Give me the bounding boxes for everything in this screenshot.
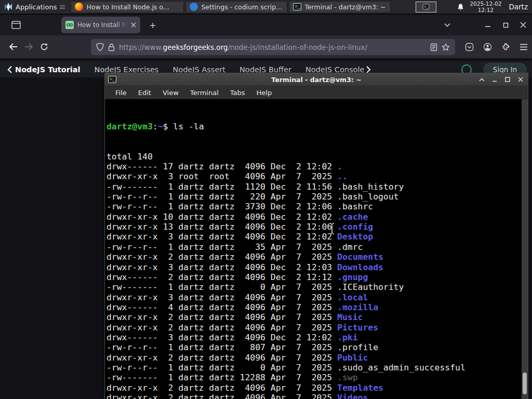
terminal-line: drwxr-xr-x 2 dartz dartz 4096 Apr 7 2025…	[107, 323, 521, 332]
workspace-active[interactable]: >_	[416, 2, 436, 12]
url-path: /node-js/installation-of-node-js-on-linu…	[228, 43, 367, 51]
forward-icon[interactable]	[21, 39, 36, 55]
terminal-menu-tabs[interactable]: Tabs	[225, 87, 250, 98]
terminal-window: >_ Terminal - dartz@vm3: ~ FileEditViewT…	[104, 73, 528, 399]
terminal-app-icon: >_	[108, 76, 116, 83]
reload-icon[interactable]	[36, 39, 52, 55]
scroll-right-chevron-icon[interactable]	[364, 66, 373, 73]
file-name: .swp	[337, 373, 357, 382]
url-text[interactable]: https://www.geeksforgeeks.org/node-js/in…	[119, 43, 426, 51]
terminal-line: drwx------ 2 dartz dartz 4096 Dec 2 12:1…	[107, 272, 521, 282]
taskbar: How to Install Node.js o...Settings - co…	[69, 1, 391, 13]
url-bar[interactable]: https://www.geeksforgeeks.org/node-js/in…	[91, 39, 455, 55]
terminal-line: drwxr-xr-x 3 dartz dartz 4096 Dec 2 12:0…	[107, 262, 521, 272]
taskbar-button[interactable]: How to Install Node.js o...	[71, 1, 184, 13]
menu-hamburger-icon[interactable]	[520, 44, 528, 50]
terminal-line: drwxr-xr-x 10 dartz dartz 4096 Dec 2 12:…	[107, 212, 521, 222]
terminal-menu-help[interactable]: Help	[251, 87, 277, 98]
file-name: Templates	[337, 383, 383, 393]
terminal-line: drwxr-xr-x 2 dartz dartz 4096 Apr 7 2025…	[107, 252, 521, 262]
tab-strip: How to Install Node.js on	[0, 15, 532, 35]
workspace-switcher[interactable]: >_	[416, 2, 436, 12]
terminal-scrollbar-thumb[interactable]	[523, 373, 527, 394]
file-name: .	[337, 162, 342, 171]
user-menu[interactable]: Dartz	[507, 3, 528, 11]
terminal-content[interactable]: dartz@vm3:~$ ls -la total 140drwx------ …	[105, 99, 528, 399]
terminal-maximize-button[interactable]	[503, 75, 512, 84]
terminal-line: -rw-r--r-- 1 dartz dartz 807 Apr 7 2025 …	[107, 342, 521, 352]
ibeam-cursor	[329, 222, 335, 235]
taskbar-button[interactable]: Settings - codium script...	[185, 1, 287, 13]
terminal-line: -rw-r--r-- 1 dartz dartz 220 Apr 7 2025 …	[107, 192, 521, 202]
terminal-icon: >_	[293, 3, 301, 10]
terminal-line: -rw-r--r-- 1 dartz dartz 35 Apr 7 2025 .…	[107, 242, 521, 252]
browser-close-button[interactable]	[516, 19, 530, 31]
file-name: .ICEauthority	[337, 282, 404, 292]
terminal-line: -rw-r--r-- 1 dartz dartz 0 Apr 7 2025 .s…	[107, 363, 521, 373]
clock-date: 2025-12-02	[470, 1, 501, 7]
file-name: .cache	[337, 212, 368, 222]
terminal-line: drwx------ 3 dartz dartz 4096 Dec 2 12:0…	[107, 332, 521, 342]
terminal-line: drwxr-xr-x 3 dartz dartz 4096 Apr 7 2025…	[107, 292, 521, 302]
applications-list-icon	[60, 4, 65, 10]
url-domain: geeksforgeeks.org	[163, 43, 228, 51]
firefox-view-icon[interactable]	[8, 18, 24, 32]
terminal-line: drwxr-xr-x 2 dartz dartz 4096 Apr 7 2025…	[107, 312, 521, 322]
terminal-menu-file[interactable]: File	[110, 87, 132, 98]
file-name: .profile	[337, 342, 378, 352]
terminal-close-button[interactable]	[516, 75, 525, 84]
tab-close-icon[interactable]	[131, 22, 136, 28]
browser-maximize-button[interactable]	[499, 19, 512, 31]
applications-label: Applications	[16, 3, 57, 11]
terminal-minimize-button[interactable]	[490, 75, 499, 84]
terminal-scrollbar[interactable]	[522, 99, 528, 399]
clock[interactable]: 2025-12-02 12:12	[470, 1, 501, 13]
account-icon[interactable]	[483, 43, 492, 51]
reader-mode-icon[interactable]	[430, 43, 437, 51]
navigation-toolbar: https://www.geeksforgeeks.org/node-js/in…	[0, 35, 532, 58]
extensions-puzzle-icon[interactable]	[501, 43, 510, 51]
taskbar-button[interactable]: >_Terminal - dartz@vm3: ~	[289, 1, 391, 13]
url-scheme: https://www.	[119, 43, 163, 51]
firefox-icon	[75, 3, 83, 11]
applications-menu-button[interactable]: Applications	[0, 0, 69, 14]
terminal-prompt-line: dartz@vm3:~$ ls -la	[107, 122, 521, 131]
list-tabs-chevron-icon[interactable]	[441, 19, 454, 31]
terminal-menu-view[interactable]: View	[157, 87, 184, 98]
applications-icon	[4, 3, 12, 11]
geeksforgeeks-favicon	[65, 21, 74, 29]
scroll-left-chevron-icon[interactable]	[0, 66, 15, 73]
pocket-icon[interactable]	[465, 43, 474, 51]
new-tab-button[interactable]	[147, 19, 159, 32]
terminal-menu-edit[interactable]: Edit	[133, 87, 156, 98]
lock-icon[interactable]	[108, 43, 115, 51]
terminal-titlebar[interactable]: >_ Terminal - dartz@vm3: ~	[105, 73, 528, 86]
terminal-menubar: FileEditViewTerminalTabsHelp	[105, 86, 528, 99]
file-name: Documents	[337, 252, 383, 262]
notification-bell-icon[interactable]	[457, 3, 464, 11]
browser-tab[interactable]: How to Install Node.js on	[61, 17, 140, 33]
file-name: Desktop	[337, 232, 373, 242]
terminal-line: -rw------- 1 dartz dartz 12288 Apr 7 202…	[107, 373, 521, 382]
file-name: .mozilla	[337, 302, 378, 312]
file-name: Downloads	[337, 262, 383, 272]
terminal-rollup-icon[interactable]	[477, 75, 486, 84]
terminal-line: -rw-r--r-- 1 dartz dartz 3730 Dec 2 12:0…	[107, 202, 521, 211]
terminal-line: drwxr-xr-x 2 dartz dartz 4096 Apr 7 2025…	[107, 383, 521, 393]
shield-icon[interactable]	[96, 43, 104, 51]
file-name: .bash_history	[337, 182, 404, 192]
subnav-link[interactable]: NodeJS Tutorial	[15, 65, 81, 74]
file-name: .bashrc	[337, 202, 373, 211]
taskbar-button-label: Terminal - dartz@vm3: ~	[304, 3, 385, 11]
back-icon[interactable]	[5, 39, 21, 55]
terminal-menu-terminal[interactable]: Terminal	[185, 87, 224, 98]
terminal-line: drwxr-xr-x 13 dartz dartz 4096 Dec 2 12:…	[107, 222, 521, 232]
file-name: .pki	[337, 332, 357, 342]
top-panel: Applications How to Install Node.js o...…	[0, 0, 532, 14]
taskbar-button-label: Settings - codium script...	[201, 3, 283, 11]
file-name: .dmrc	[337, 242, 363, 252]
terminal-line: -rw------- 1 dartz dartz 0 Apr 7 2025 .I…	[107, 282, 521, 292]
terminal-line: drwxr-xr-x 2 dartz dartz 4096 Apr 7 2025…	[107, 353, 521, 363]
bookmark-star-icon[interactable]	[442, 43, 450, 51]
browser-minimize-button[interactable]	[481, 19, 495, 31]
